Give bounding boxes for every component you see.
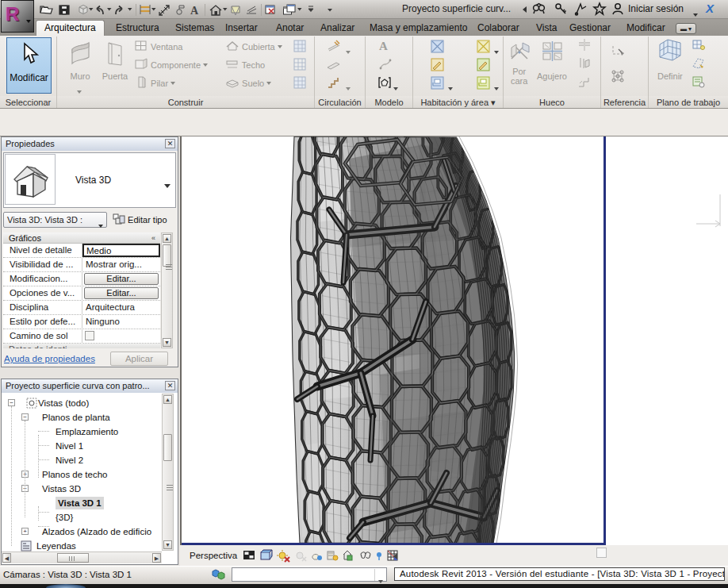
- svg-text:A: A: [190, 5, 199, 17]
